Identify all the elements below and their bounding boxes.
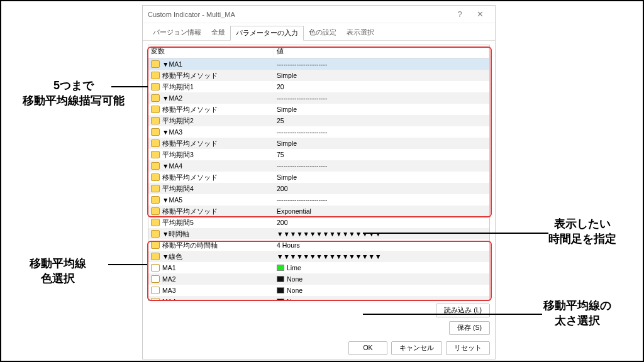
ok-button[interactable]: OK: [348, 341, 387, 355]
param-row[interactable]: 移動平均メソッドSimple: [148, 70, 489, 81]
param-value-cell[interactable]: Simple: [274, 70, 489, 82]
param-value-cell[interactable]: ▼▼▼▼▼▼▼▼▼▼▼▼▼▼▼▼: [274, 228, 489, 240]
param-row[interactable]: ▼MA3-----------------------: [148, 126, 489, 138]
param-row[interactable]: 平均期間120: [148, 81, 489, 92]
param-row[interactable]: ▼MA2-----------------------: [148, 92, 489, 104]
close-icon[interactable]: ✕: [470, 9, 490, 19]
param-value-cell[interactable]: -----------------------: [274, 92, 489, 104]
param-name: ▼MA4: [162, 162, 182, 170]
param-row[interactable]: MA1Lime: [148, 262, 489, 273]
param-value-cell[interactable]: Simple: [274, 104, 489, 116]
param-value: 200: [277, 219, 288, 227]
param-name: MA2: [162, 275, 176, 283]
param-row[interactable]: ▼線色▼▼▼▼▼▼▼▼▼▼▼▼▼▼▼▼: [148, 251, 489, 262]
param-value-cell[interactable]: Simple: [274, 138, 489, 150]
param-icon: [151, 185, 160, 192]
color-icon: [151, 287, 160, 294]
param-row[interactable]: ▼MA4-----------------------: [148, 160, 489, 172]
param-name: ▼時間軸: [162, 230, 189, 238]
param-row[interactable]: 平均期間375: [148, 149, 489, 160]
param-row[interactable]: 平均期間5200: [148, 217, 489, 228]
param-value: -----------------------: [277, 128, 327, 136]
param-name: 移動平均メソッド: [162, 106, 218, 114]
save-button[interactable]: 保存 (S): [449, 321, 490, 335]
param-value: -----------------------: [277, 60, 327, 69]
param-name-cell: ▼線色: [148, 251, 274, 263]
param-name-cell: 平均期間1: [148, 81, 274, 93]
tab-bar: バージョン情報 全般 パラメーターの入力 色の設定 表示選択: [143, 23, 495, 41]
tab-version[interactable]: バージョン情報: [148, 26, 206, 40]
help-icon[interactable]: ?: [450, 9, 470, 19]
anno-thickness: 移動平均線の 太さ選択: [543, 298, 611, 329]
param-grid[interactable]: 変数 値 ▼MA1-----------------------移動平均メソッド…: [148, 45, 490, 301]
param-row[interactable]: ▼MA5-----------------------: [148, 194, 489, 206]
param-row[interactable]: 移動平均の時間軸4 Hours: [148, 239, 489, 251]
param-value-cell[interactable]: None: [274, 273, 489, 285]
param-value-cell[interactable]: 200: [274, 183, 489, 195]
param-value-cell[interactable]: Exponential: [274, 206, 489, 217]
param-value: Exponential: [277, 207, 311, 216]
param-row[interactable]: MA4None: [148, 296, 489, 301]
param-name-cell: 平均期間5: [148, 217, 274, 229]
param-icon: [151, 219, 160, 226]
param-name-cell: 移動平均メソッド: [148, 70, 274, 82]
load-button[interactable]: 読み込み (L): [436, 304, 490, 317]
window-title: Custom Indicator - Multi_MA: [148, 11, 450, 18]
param-value: 200: [277, 185, 288, 193]
param-row[interactable]: 移動平均メソッドSimple: [148, 104, 489, 115]
param-value-cell[interactable]: -----------------------: [274, 58, 489, 70]
param-row[interactable]: 移動平均メソッドSimple: [148, 172, 489, 183]
param-name-cell: 平均期間4: [148, 183, 274, 195]
param-value-cell[interactable]: 4 Hours: [274, 239, 489, 251]
param-value: None: [287, 275, 303, 283]
color-icon: [151, 275, 160, 283]
tab-display[interactable]: 表示選択: [341, 26, 379, 40]
param-value-cell[interactable]: Simple: [274, 172, 489, 184]
param-value-cell[interactable]: 200: [274, 217, 489, 229]
reset-button[interactable]: リセット: [446, 341, 490, 355]
param-row[interactable]: 移動平均メソッドExponential: [148, 206, 489, 217]
tab-parameters[interactable]: パラメーターの入力: [230, 26, 304, 41]
param-name-cell: 移動平均メソッド: [148, 206, 274, 217]
param-row[interactable]: 移動平均メソッドSimple: [148, 138, 489, 149]
param-value-cell[interactable]: -----------------------: [274, 126, 489, 138]
param-value-cell[interactable]: -----------------------: [274, 194, 489, 206]
param-row[interactable]: 平均期間225: [148, 115, 489, 126]
param-name: 平均期間1: [162, 83, 194, 91]
param-name: ▼MA3: [162, 128, 182, 136]
param-value-cell[interactable]: -----------------------: [274, 160, 489, 172]
param-name-cell: MA2: [148, 273, 274, 285]
param-value-cell[interactable]: Lime: [274, 262, 489, 274]
param-icon: [151, 207, 160, 215]
tab-colors[interactable]: 色の設定: [304, 26, 341, 40]
param-row[interactable]: MA3None: [148, 285, 489, 296]
param-value-cell[interactable]: 20: [274, 81, 489, 93]
color-icon: [151, 264, 160, 272]
param-value: ▼▼▼▼▼▼▼▼▼▼▼▼▼▼▼▼: [277, 253, 381, 261]
param-value-cell[interactable]: 75: [274, 149, 489, 161]
param-value-cell[interactable]: ▼▼▼▼▼▼▼▼▼▼▼▼▼▼▼▼: [274, 251, 489, 263]
cancel-button[interactable]: キャンセル: [391, 341, 442, 355]
param-name: MA3: [162, 287, 176, 295]
param-row[interactable]: ▼時間軸▼▼▼▼▼▼▼▼▼▼▼▼▼▼▼▼: [148, 228, 489, 239]
param-value-cell[interactable]: None: [274, 285, 489, 297]
anno-color: 移動平均線 色選択: [30, 256, 86, 287]
param-icon: [151, 162, 160, 170]
param-row[interactable]: 平均期間4200: [148, 183, 489, 194]
param-icon: [151, 196, 160, 204]
param-name: 移動平均メソッド: [162, 173, 218, 182]
param-row[interactable]: MA2None: [148, 273, 489, 285]
param-row[interactable]: ▼MA1-----------------------: [148, 58, 489, 70]
tab-general[interactable]: 全般: [206, 26, 230, 40]
param-name: 移動平均の時間軸: [162, 241, 218, 250]
param-value: Simple: [277, 140, 297, 148]
param-icon: [151, 241, 160, 249]
param-name: ▼MA2: [162, 94, 182, 102]
param-value-cell[interactable]: 25: [274, 115, 489, 127]
param-value-cell[interactable]: None: [274, 296, 489, 301]
param-name: 平均期間3: [162, 151, 194, 159]
param-name: ▼MA5: [162, 196, 182, 204]
param-name-cell: ▼時間軸: [148, 228, 274, 240]
param-value: -----------------------: [277, 162, 327, 170]
param-icon: [151, 173, 160, 181]
